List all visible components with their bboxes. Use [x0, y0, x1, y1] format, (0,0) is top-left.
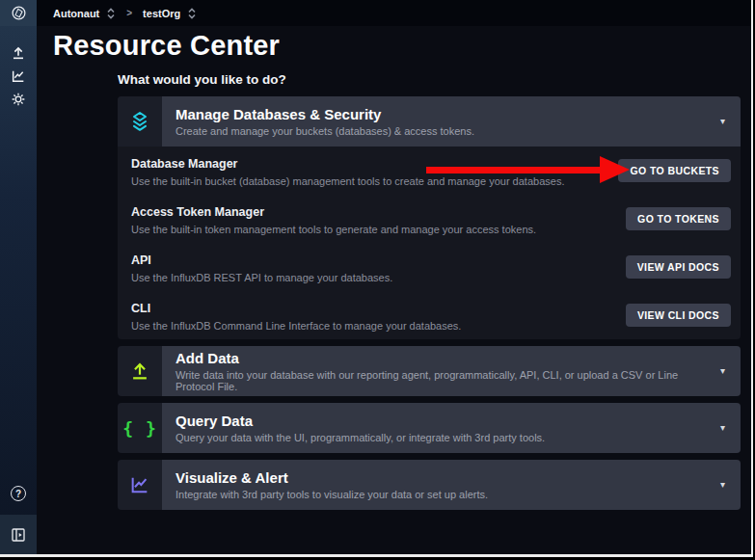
arrow-shaft — [426, 167, 600, 173]
braces-icon: { } — [122, 418, 157, 439]
expand-sidebar-icon — [11, 527, 26, 543]
sidebar-logo[interactable] — [0, 0, 37, 26]
go-to-buckets-button[interactable]: GO TO BUCKETS — [618, 159, 731, 182]
panel-header-main: Manage Databases & Security Create and m… — [162, 96, 741, 147]
breadcrumb-suborg[interactable]: testOrg — [143, 8, 180, 19]
sidebar: ? — [0, 0, 37, 554]
chevron-down-icon[interactable]: ▾ — [720, 366, 725, 376]
view-cli-docs-button[interactable]: VIEW CLI DOCS — [626, 304, 731, 327]
panel-title: Query Data — [175, 413, 706, 429]
chevron-down-icon[interactable]: ▾ — [720, 480, 725, 490]
sidebar-item-settings[interactable] — [0, 88, 37, 111]
chart-icon — [129, 474, 150, 495]
sidebar-item-expand-nav[interactable] — [0, 515, 37, 554]
chevron-down-icon[interactable]: ▾ — [720, 117, 725, 126]
arrow-head — [600, 156, 630, 183]
layers-icon — [128, 110, 151, 133]
org-switcher-icon[interactable] — [106, 8, 116, 19]
pointer-arrow — [426, 156, 630, 183]
sidebar-spacer — [0, 111, 37, 482]
page-title: Resource Center — [53, 30, 751, 62]
panel-manage-databases: Manage Databases & Security Create and m… — [118, 96, 741, 339]
graph-icon — [11, 68, 26, 84]
panel-header-main: Add Data Write data into your database w… — [162, 346, 741, 396]
view-api-docs-button[interactable]: VIEW API DOCS — [626, 255, 731, 279]
go-to-tokens-button[interactable]: GO TO TOKENS — [626, 207, 731, 230]
row-title: CLI — [131, 302, 626, 315]
panel-title: Manage Databases & Security — [175, 106, 706, 122]
upload-icon — [129, 360, 150, 382]
panel-visualize-alert-header[interactable]: Visualize & Alert Integrate with 3rd par… — [118, 460, 741, 510]
row-title: Access Token Manager — [131, 205, 626, 219]
panel-manage-databases-body: Database Manager Use the built-in bucket… — [118, 147, 741, 339]
chevron-down-icon[interactable]: ▾ — [720, 423, 725, 433]
sidebar-item-load-data[interactable] — [0, 41, 37, 65]
gear-icon — [11, 92, 26, 107]
row-text: API Use the InfluxDB REST API to manage … — [131, 252, 626, 283]
app-window: ? Autonaut > testOrg — [0, 0, 753, 557]
row-api: API Use the InfluxDB REST API to manage … — [118, 243, 741, 291]
panel-description: Create and manage your buckets (database… — [175, 125, 706, 137]
influxdata-logo-icon — [11, 5, 27, 21]
row-description: Use the InfluxDB REST API to manage your… — [131, 272, 626, 283]
row-cli: CLI Use the InfluxDB Command Line Interf… — [118, 291, 741, 339]
row-description: Use the InfluxDB Command Line Interface … — [131, 320, 626, 332]
breadcrumb-org[interactable]: Autonaut — [53, 8, 99, 19]
row-text: Access Token Manager Use the built-in to… — [131, 203, 626, 235]
panel-query-data: { } Query Data Query your data with the … — [118, 403, 741, 453]
panel-description: Query your data with the UI, programmati… — [175, 432, 706, 443]
panel-manage-databases-header[interactable]: Manage Databases & Security Create and m… — [118, 96, 741, 147]
row-title: API — [131, 253, 626, 267]
panel-title: Visualize & Alert — [175, 469, 706, 486]
panel-icon-cell — [118, 96, 162, 147]
sidebar-item-help[interactable]: ? — [0, 482, 37, 505]
panel-header-main: Query Data Query your data with the UI, … — [162, 403, 741, 453]
help-icon: ? — [11, 486, 26, 501]
panel-icon-cell — [118, 346, 162, 396]
row-access-token-manager: Access Token Manager Use the built-in to… — [118, 195, 741, 243]
main-content: Resource Center What would you like to d… — [37, 26, 751, 554]
row-description: Use the built-in token management tools … — [131, 224, 626, 235]
panel-query-data-header[interactable]: { } Query Data Query your data with the … — [118, 403, 741, 453]
page-prompt: What would you like to do? — [118, 72, 751, 87]
sidebar-item-data-explorer[interactable] — [0, 65, 37, 88]
panel-header-main: Visualize & Alert Integrate with 3rd par… — [162, 460, 741, 510]
resource-panels: Manage Databases & Security Create and m… — [118, 96, 741, 510]
panel-add-data: Add Data Write data into your database w… — [118, 346, 741, 396]
upload-icon — [11, 45, 26, 61]
sidebar-nav — [0, 26, 37, 111]
panel-description: Integrate with 3rd party tools to visual… — [175, 489, 706, 500]
panel-add-data-header[interactable]: Add Data Write data into your database w… — [118, 346, 741, 396]
panel-icon-cell: { } — [118, 403, 162, 453]
panel-title: Add Data — [175, 350, 706, 366]
breadcrumb: Autonaut > testOrg — [37, 0, 751, 26]
panel-visualize-alert: Visualize & Alert Integrate with 3rd par… — [118, 460, 741, 510]
panel-description: Write data into your database with our r… — [175, 369, 706, 392]
breadcrumb-separator: > — [122, 8, 136, 18]
suborg-switcher-icon[interactable] — [187, 8, 197, 19]
panel-icon-cell — [118, 460, 162, 510]
row-text: CLI Use the InfluxDB Command Line Interf… — [131, 300, 626, 332]
